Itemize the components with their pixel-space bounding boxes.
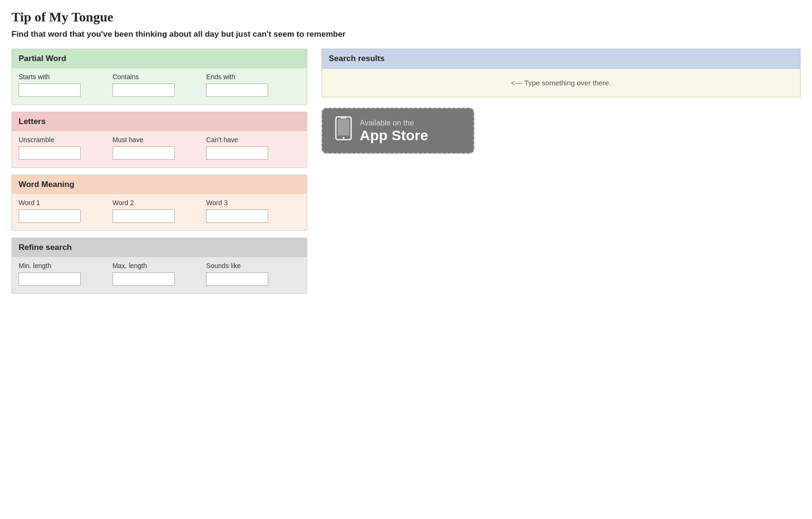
refine-search-body: Min. length Max. length Sounds like — [12, 257, 307, 293]
word2-label: Word 2 — [113, 199, 207, 207]
min-length-group: Min. length — [19, 262, 113, 286]
letters-section: Letters Unscramble Must have Can't have — [11, 112, 307, 168]
unscramble-group: Unscramble — [19, 136, 113, 160]
starts-with-label: Starts with — [19, 73, 113, 81]
refine-search-section: Refine search Min. length Max. length So… — [11, 238, 307, 294]
main-layout: Partial Word Starts with Contains Ends w… — [11, 49, 801, 294]
app-store-line2: App Store — [360, 127, 428, 143]
app-subtitle: Find that word that you've been thinking… — [11, 30, 801, 39]
letters-body: Unscramble Must have Can't have — [12, 131, 307, 167]
starts-with-input[interactable] — [19, 83, 81, 97]
starts-with-group: Starts with — [19, 73, 113, 97]
must-have-input[interactable] — [113, 146, 175, 160]
search-results-placeholder: <--- Type something over there. — [511, 79, 611, 87]
cant-have-input[interactable] — [206, 146, 268, 160]
min-length-input[interactable] — [19, 272, 81, 286]
word-meaning-header: Word Meaning — [12, 175, 307, 194]
search-results-body: <--- Type something over there. — [322, 69, 801, 97]
word3-label: Word 3 — [206, 199, 300, 207]
unscramble-label: Unscramble — [19, 136, 113, 144]
max-length-group: Max. length — [113, 262, 207, 286]
sounds-like-input[interactable] — [206, 272, 268, 286]
unscramble-input[interactable] — [19, 146, 81, 160]
svg-point-2 — [343, 137, 344, 139]
letters-fields: Unscramble Must have Can't have — [19, 136, 300, 160]
cant-have-label: Can't have — [206, 136, 300, 144]
word-meaning-section: Word Meaning Word 1 Word 2 Word 3 — [11, 175, 307, 231]
word2-group: Word 2 — [113, 199, 207, 223]
refine-search-header: Refine search — [12, 238, 307, 257]
word3-group: Word 3 — [206, 199, 300, 223]
partial-word-body: Starts with Contains Ends with — [12, 68, 307, 104]
contains-group: Contains — [113, 73, 207, 97]
svg-rect-3 — [341, 118, 346, 119]
app-store-button[interactable]: Available on the App Store — [322, 108, 474, 154]
search-results-header: Search results — [322, 49, 801, 69]
max-length-input[interactable] — [113, 272, 175, 286]
letters-header: Letters — [12, 112, 307, 131]
cant-have-group: Can't have — [206, 136, 300, 160]
partial-word-header: Partial Word — [12, 49, 307, 68]
refine-search-fields: Min. length Max. length Sounds like — [19, 262, 300, 286]
word2-input[interactable] — [113, 209, 175, 223]
app-title: Tip of My Tongue — [11, 10, 801, 25]
partial-word-section: Partial Word Starts with Contains Ends w… — [11, 49, 307, 105]
ends-with-label: Ends with — [206, 73, 300, 81]
word-meaning-fields: Word 1 Word 2 Word 3 — [19, 199, 300, 223]
svg-rect-1 — [338, 119, 349, 135]
word1-group: Word 1 — [19, 199, 113, 223]
contains-input[interactable] — [113, 83, 175, 97]
ends-with-input[interactable] — [206, 83, 268, 97]
search-results-container: Search results <--- Type something over … — [322, 49, 801, 97]
contains-label: Contains — [113, 73, 207, 81]
app-store-text: Available on the App Store — [360, 119, 428, 143]
app-store-line1: Available on the — [360, 119, 428, 127]
must-have-group: Must have — [113, 136, 207, 160]
sounds-like-label: Sounds like — [206, 262, 300, 270]
phone-icon — [334, 116, 353, 145]
sounds-like-group: Sounds like — [206, 262, 300, 286]
word1-input[interactable] — [19, 209, 81, 223]
word3-input[interactable] — [206, 209, 268, 223]
right-panel: Search results <--- Type something over … — [322, 49, 801, 154]
min-length-label: Min. length — [19, 262, 113, 270]
must-have-label: Must have — [113, 136, 207, 144]
ends-with-group: Ends with — [206, 73, 300, 97]
partial-word-fields: Starts with Contains Ends with — [19, 73, 300, 97]
max-length-label: Max. length — [113, 262, 207, 270]
left-panel: Partial Word Starts with Contains Ends w… — [11, 49, 307, 294]
word1-label: Word 1 — [19, 199, 113, 207]
word-meaning-body: Word 1 Word 2 Word 3 — [12, 194, 307, 230]
